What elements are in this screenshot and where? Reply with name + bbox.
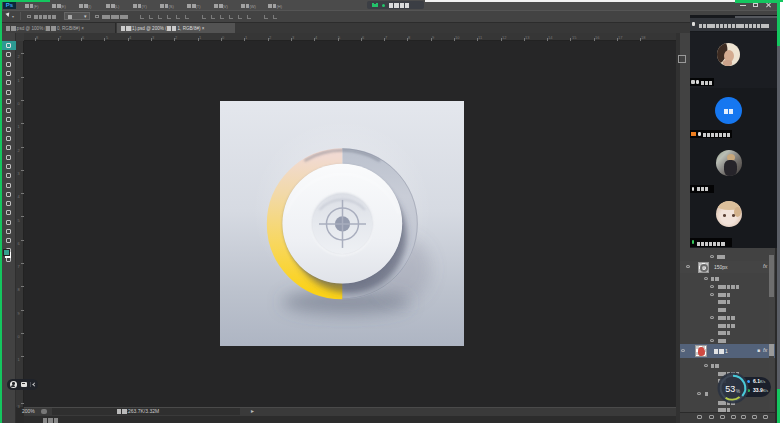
svg-text:53: 53 — [725, 384, 735, 394]
svg-text:%: % — [736, 389, 740, 394]
